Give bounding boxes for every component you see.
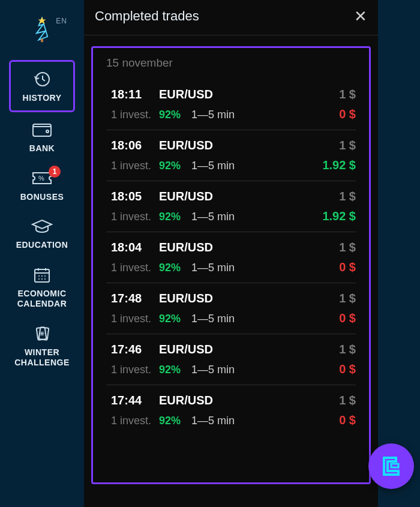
trade-payout-pct: 92%	[159, 160, 181, 172]
svg-point-11	[38, 278, 40, 280]
trade-time: 18:06	[111, 139, 159, 152]
trade-payout-pct: 92%	[159, 313, 181, 325]
sidebar-item-label: WINTER CHALLENGE	[11, 347, 73, 368]
trade-duration: 1—5 min	[191, 211, 322, 223]
trade-pair: EUR/USD	[159, 190, 339, 203]
trade-row[interactable]: 17:46EUR/USD1 $1 invest.92%1—5 min0 $	[106, 334, 356, 385]
trade-invest: 1 invest.	[111, 262, 159, 274]
trade-row[interactable]: 18:06EUR/USD1 $1 invest.92%1—5 min1.92 $	[106, 130, 356, 181]
trade-payout-pct: 92%	[159, 415, 181, 427]
trade-payout-pct: 92%	[159, 109, 181, 121]
svg-text:%: %	[38, 175, 44, 182]
sidebar-item-education[interactable]: EDUCATION	[9, 209, 75, 257]
calendar-icon	[31, 266, 53, 284]
sidebar-item-bonuses[interactable]: 1 % BONUSES	[9, 161, 75, 209]
trade-row[interactable]: 18:05EUR/USD1 $1 invest.92%1—5 min1.92 $	[106, 181, 356, 232]
trade-time: 17:46	[111, 343, 159, 356]
trade-row[interactable]: 18:04EUR/USD1 $1 invest.92%1—5 min0 $	[106, 232, 356, 283]
trade-invest: 1 invest.	[111, 364, 159, 376]
trade-amount: 1 $	[339, 394, 356, 407]
trade-amount: 1 $	[339, 139, 356, 152]
trade-amount: 1 $	[339, 241, 356, 254]
trade-pair: EUR/USD	[159, 241, 339, 254]
svg-point-10	[44, 275, 46, 277]
trade-payout-pct: 92%	[159, 364, 181, 376]
trade-pair: EUR/USD	[159, 139, 339, 152]
panel-header: Completed trades ✕	[84, 0, 378, 35]
trade-duration: 1—5 min	[191, 415, 339, 427]
history-icon	[31, 70, 53, 88]
trade-result: 1.92 $	[322, 158, 356, 172]
trade-duration: 1—5 min	[191, 364, 339, 376]
sidebar-item-bank[interactable]: BANK	[9, 112, 75, 161]
tree-logo-icon	[31, 17, 53, 43]
trade-result: 0 $	[339, 413, 356, 427]
wallet-icon	[31, 121, 53, 139]
trade-payout-pct: 92%	[159, 262, 181, 274]
trade-time: 18:05	[111, 190, 159, 203]
sidebar-item-label: BONUSES	[20, 192, 64, 202]
trade-duration: 1—5 min	[191, 313, 339, 325]
svg-point-13	[44, 278, 46, 280]
sidebar-item-label: BANK	[29, 143, 55, 154]
trade-invest: 1 invest.	[111, 109, 159, 121]
trade-pair: EUR/USD	[159, 394, 339, 407]
trade-row[interactable]: 18:11EUR/USD1 $1 invest.92%1—5 min0 $	[106, 79, 356, 130]
trade-row[interactable]: 17:44EUR/USD1 $1 invest.92%1—5 min0 $	[106, 385, 356, 436]
trade-result: 0 $	[339, 311, 356, 325]
trade-invest: 1 invest.	[111, 211, 159, 223]
trade-time: 18:04	[111, 241, 159, 254]
bonuses-badge: 1	[49, 166, 61, 178]
sidebar: EN HISTORY BANK	[0, 0, 84, 507]
trade-pair: EUR/USD	[159, 292, 339, 305]
trade-time: 17:44	[111, 394, 159, 407]
trade-result: 1.92 $	[322, 209, 356, 223]
close-icon[interactable]: ✕	[354, 8, 367, 24]
logo-area: EN	[0, 0, 84, 60]
trades-list: 15 november 18:11EUR/USD1 $1 invest.92%1…	[91, 46, 371, 484]
trade-duration: 1—5 min	[191, 262, 339, 274]
svg-point-8	[38, 275, 40, 277]
trade-amount: 1 $	[339, 343, 356, 356]
sidebar-item-winter-challenge[interactable]: WINTER CHALLENGE	[9, 316, 75, 375]
panel-title: Completed trades	[95, 8, 199, 24]
trade-duration: 1—5 min	[191, 109, 339, 121]
trade-result: 0 $	[339, 107, 356, 121]
trade-result: 0 $	[339, 260, 356, 274]
history-panel: Completed trades ✕ 15 november 18:11EUR/…	[84, 0, 378, 507]
language-selector[interactable]: EN	[56, 17, 67, 25]
svg-rect-2	[41, 39, 43, 43]
sidebar-item-label: ECONOMIC CALENDAR	[11, 289, 73, 309]
graduation-cap-icon	[31, 217, 53, 235]
trade-amount: 1 $	[339, 88, 356, 101]
lc-logo-icon	[378, 453, 404, 479]
sidebar-item-history[interactable]: HISTORY	[9, 60, 75, 112]
svg-point-9	[41, 275, 43, 277]
trade-invest: 1 invest.	[111, 415, 159, 427]
trade-time: 18:11	[111, 88, 159, 101]
svg-point-5	[46, 130, 49, 133]
trade-duration: 1—5 min	[191, 160, 322, 172]
trade-amount: 1 $	[339, 190, 356, 203]
trade-payout-pct: 92%	[159, 211, 181, 223]
support-button[interactable]	[368, 443, 414, 489]
cards-icon	[31, 325, 53, 343]
date-heading: 15 november	[106, 56, 356, 70]
svg-point-12	[41, 278, 43, 280]
sidebar-item-economic-calendar[interactable]: ECONOMIC CALENDAR	[9, 257, 75, 316]
trade-amount: 1 $	[339, 292, 356, 305]
sidebar-item-label: EDUCATION	[16, 240, 68, 250]
trade-row[interactable]: 17:48EUR/USD1 $1 invest.92%1—5 min0 $	[106, 283, 356, 334]
trade-pair: EUR/USD	[159, 343, 339, 356]
sidebar-item-label: HISTORY	[23, 93, 62, 103]
trade-invest: 1 invest.	[111, 160, 159, 172]
trade-pair: EUR/USD	[159, 88, 339, 101]
trade-invest: 1 invest.	[111, 313, 159, 325]
trade-result: 0 $	[339, 362, 356, 376]
trade-time: 17:48	[111, 292, 159, 305]
